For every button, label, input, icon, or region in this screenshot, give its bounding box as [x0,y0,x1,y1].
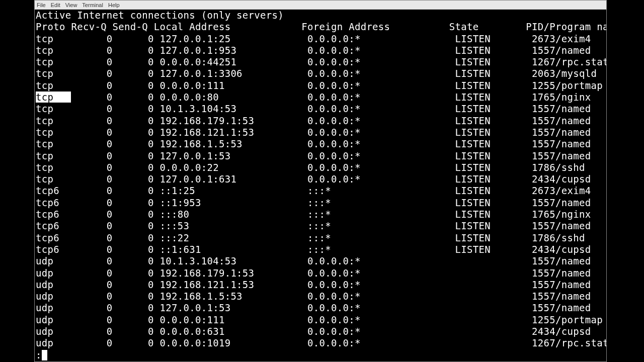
table-row: tcp6 0 0 :::53 :::* LISTEN 1557/named [36,220,605,232]
table-row: udp 0 0 192.168.1.5:53 0.0.0.0:* 1557/na… [36,291,605,302]
highlighted-proto: tcp [36,92,71,103]
menu-edit[interactable]: Edit [51,2,60,8]
pager-prompt[interactable]: : [36,349,605,361]
table-row: tcp 0 0 192.168.1.5:53 0.0.0.0:* LISTEN … [36,138,605,150]
table-row: tcp 0 0 127.0.0.1:3306 0.0.0.0:* LISTEN … [36,68,605,79]
table-row: udp 0 0 192.168.179.1:53 0.0.0.0:* 1557/… [36,267,605,279]
table-row: tcp 0 0 192.168.179.1:53 0.0.0.0:* LISTE… [36,115,605,127]
table-row: tcp 0 0 0.0.0.0:80 0.0.0.0:* LISTEN 1765… [36,92,605,103]
cursor-icon [42,350,47,360]
table-row: tcp 0 0 127.0.0.1:25 0.0.0.0:* LISTEN 26… [36,33,605,45]
table-row: udp 0 0 0.0.0.0:111 0.0.0.0:* 1255/portm… [36,314,605,326]
table-row: udp 0 0 10.1.3.104:53 0.0.0.0:* 1557/nam… [36,255,605,267]
table-row: tcp 0 0 192.168.121.1:53 0.0.0.0:* LISTE… [36,127,605,138]
table-row: udp 0 0 192.168.121.1:53 0.0.0.0:* 1557/… [36,279,605,291]
table-row: tcp6 0 0 ::1:953 :::* LISTEN 1557/named [36,197,605,209]
table-row: tcp 0 0 127.0.0.1:631 0.0.0.0:* LISTEN 2… [36,173,605,185]
table-row: udp 0 0 0.0.0.0:631 0.0.0.0:* 2434/cupsd [36,326,605,337]
terminal-window: File Edit View Terminal Help Active Inte… [34,0,607,362]
table-row: tcp 0 0 10.1.3.104:53 0.0.0.0:* LISTEN 1… [36,103,605,115]
table-row: tcp6 0 0 ::1:25 :::* LISTEN 2673/exim4 [36,185,605,197]
table-row: tcp 0 0 127.0.0.1:953 0.0.0.0:* LISTEN 1… [36,45,605,56]
table-row: tcp 0 0 127.0.0.1:53 0.0.0.0:* LISTEN 15… [36,150,605,162]
title-line: Active Internet connections (only server… [36,10,605,21]
terminal-output[interactable]: Active Internet connections (only server… [35,10,606,361]
table-row: udp 0 0 127.0.0.1:53 0.0.0.0:* 1557/name… [36,302,605,314]
menu-help[interactable]: Help [108,2,120,8]
table-row: tcp 0 0 0.0.0.0:22 0.0.0.0:* LISTEN 1786… [36,162,605,173]
table-row: tcp6 0 0 ::1:631 :::* LISTEN 2434/cupsd [36,244,605,255]
menu-view[interactable]: View [65,2,77,8]
menubar: File Edit View Terminal Help [35,1,606,10]
column-header: Proto Recv-Q Send-Q Local Address Foreig… [36,21,605,33]
table-row: udp 0 0 0.0.0.0:1019 0.0.0.0:* 1267/rpc.… [36,337,605,349]
table-row: tcp 0 0 0.0.0.0:44251 0.0.0.0:* LISTEN 1… [36,56,605,68]
table-row: tcp6 0 0 :::22 :::* LISTEN 1786/sshd [36,232,605,244]
menu-file[interactable]: File [37,2,46,8]
menu-terminal[interactable]: Terminal [82,2,103,8]
prompt-char: : [36,349,42,361]
table-row: tcp6 0 0 :::80 :::* LISTEN 1765/nginx [36,209,605,220]
table-row: tcp 0 0 0.0.0.0:111 0.0.0.0:* LISTEN 125… [36,80,605,92]
